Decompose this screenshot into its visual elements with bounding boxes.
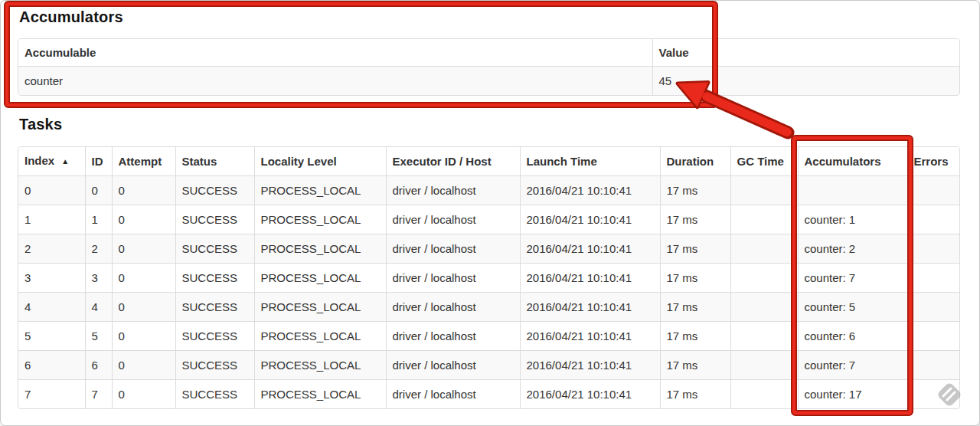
col-header-index[interactable]: Index▲ — [18, 147, 85, 176]
status-cell: SUCCESS — [175, 351, 254, 380]
table-row: counter 45 — [18, 67, 959, 96]
attempt-cell: 0 — [112, 176, 175, 205]
col-header-value[interactable]: Value — [652, 39, 959, 67]
index-cell: 5 — [18, 322, 85, 351]
col-header-executor-id-host[interactable]: Executor ID / Host — [386, 147, 520, 176]
launch-time-cell: 2016/04/21 10:10:41 — [520, 234, 660, 264]
executor-id-host-cell: driver / localhost — [386, 176, 520, 205]
col-header-errors[interactable]: Errors — [907, 147, 959, 176]
status-cell: SUCCESS — [175, 234, 254, 264]
executor-id-host-cell: driver / localhost — [386, 322, 520, 351]
index-cell: 4 — [18, 293, 85, 322]
tasks-section-title: Tasks — [19, 116, 62, 133]
duration-cell: 17 ms — [660, 176, 730, 205]
gc-time-cell — [730, 264, 798, 293]
table-row: 3 3 0 SUCCESS PROCESS_LOCAL driver / loc… — [18, 264, 959, 293]
col-header-duration[interactable]: Duration — [660, 147, 730, 176]
table-row: 2 2 0 SUCCESS PROCESS_LOCAL driver / loc… — [18, 234, 959, 264]
locality-level-cell: PROCESS_LOCAL — [254, 322, 386, 351]
index-cell: 7 — [18, 380, 85, 409]
accumulators-cell: counter: 5 — [798, 293, 907, 322]
errors-cell — [907, 351, 959, 380]
errors-cell — [907, 322, 959, 351]
table-row: 1 1 0 SUCCESS PROCESS_LOCAL driver / loc… — [18, 205, 959, 234]
locality-level-cell: PROCESS_LOCAL — [254, 234, 386, 264]
locality-level-cell: PROCESS_LOCAL — [254, 351, 386, 380]
accumulable-name-cell: counter — [18, 67, 652, 96]
col-header-gc-time[interactable]: GC Time — [730, 147, 798, 176]
status-cell: SUCCESS — [175, 380, 254, 409]
index-cell: 1 — [18, 205, 85, 234]
attempt-cell: 0 — [112, 322, 175, 351]
tasks-table: Index▲ ID Attempt Status Locality Level … — [18, 146, 960, 409]
id-cell: 5 — [85, 322, 112, 351]
duration-cell: 17 ms — [660, 351, 730, 380]
accumulators-cell: counter: 7 — [798, 351, 907, 380]
accumulators-cell — [798, 176, 907, 205]
id-cell: 1 — [85, 205, 112, 234]
executor-id-host-cell: driver / localhost — [386, 351, 520, 380]
col-header-attempt[interactable]: Attempt — [112, 147, 175, 176]
gc-time-cell — [730, 205, 798, 234]
gc-time-cell — [730, 234, 798, 264]
launch-time-cell: 2016/04/21 10:10:41 — [520, 176, 660, 205]
accumulators-table: Accumulable Value counter 45 — [18, 38, 960, 96]
executor-id-host-cell: driver / localhost — [386, 264, 520, 293]
duration-cell: 17 ms — [660, 293, 730, 322]
index-cell: 3 — [18, 264, 85, 293]
status-cell: SUCCESS — [175, 264, 254, 293]
launch-time-cell: 2016/04/21 10:10:41 — [520, 380, 660, 409]
col-header-launch-time[interactable]: Launch Time — [520, 147, 660, 176]
gc-time-cell — [730, 322, 798, 351]
errors-cell — [907, 176, 959, 205]
gc-time-cell — [730, 351, 798, 380]
index-cell: 0 — [18, 176, 85, 205]
errors-cell — [907, 380, 959, 409]
id-cell: 7 — [85, 380, 112, 409]
col-header-status[interactable]: Status — [175, 147, 254, 176]
col-header-accumulators[interactable]: Accumulators — [798, 147, 907, 176]
locality-level-cell: PROCESS_LOCAL — [254, 205, 386, 234]
table-row: 6 6 0 SUCCESS PROCESS_LOCAL driver / loc… — [18, 351, 959, 380]
errors-cell — [907, 205, 959, 234]
gc-time-cell — [730, 380, 798, 409]
launch-time-cell: 2016/04/21 10:10:41 — [520, 293, 660, 322]
attempt-cell: 0 — [112, 351, 175, 380]
status-cell: SUCCESS — [175, 322, 254, 351]
index-cell: 2 — [18, 234, 85, 264]
id-cell: 2 — [85, 234, 112, 264]
attempt-cell: 0 — [112, 380, 175, 409]
launch-time-cell: 2016/04/21 10:10:41 — [520, 322, 660, 351]
errors-cell — [907, 264, 959, 293]
attempt-cell: 0 — [112, 293, 175, 322]
locality-level-cell: PROCESS_LOCAL — [254, 293, 386, 322]
table-row: 4 4 0 SUCCESS PROCESS_LOCAL driver / loc… — [18, 293, 959, 322]
accumulators-cell: counter: 7 — [798, 264, 907, 293]
table-row: 0 0 0 SUCCESS PROCESS_LOCAL driver / loc… — [18, 176, 959, 205]
sort-ascending-icon: ▲ — [61, 157, 69, 165]
id-cell: 0 — [85, 176, 112, 205]
id-cell: 6 — [85, 351, 112, 380]
locality-level-cell: PROCESS_LOCAL — [254, 176, 386, 205]
duration-cell: 17 ms — [660, 205, 730, 234]
col-header-locality-level[interactable]: Locality Level — [254, 147, 386, 176]
duration-cell: 17 ms — [660, 264, 730, 293]
col-header-id[interactable]: ID — [85, 147, 112, 176]
locality-level-cell: PROCESS_LOCAL — [254, 264, 386, 293]
launch-time-cell: 2016/04/21 10:10:41 — [520, 351, 660, 380]
accumulators-cell: counter: 6 — [798, 322, 907, 351]
id-cell: 4 — [85, 293, 112, 322]
launch-time-cell: 2016/04/21 10:10:41 — [520, 264, 660, 293]
executor-id-host-cell: driver / localhost — [386, 293, 520, 322]
accumulators-cell: counter: 2 — [798, 234, 907, 264]
spark-ui-stage-page: Accumulators Accumulable Value counter 4… — [0, 0, 980, 426]
index-cell: 6 — [18, 351, 85, 380]
accumulators-section-title: Accumulators — [19, 8, 123, 26]
table-row: 7 7 0 SUCCESS PROCESS_LOCAL driver / loc… — [18, 380, 959, 409]
errors-cell — [907, 234, 959, 264]
attempt-cell: 0 — [112, 264, 175, 293]
accumulators-cell: counter: 17 — [798, 380, 907, 409]
executor-id-host-cell: driver / localhost — [386, 234, 520, 264]
col-header-accumulable[interactable]: Accumulable — [18, 39, 652, 67]
id-cell: 3 — [85, 264, 112, 293]
